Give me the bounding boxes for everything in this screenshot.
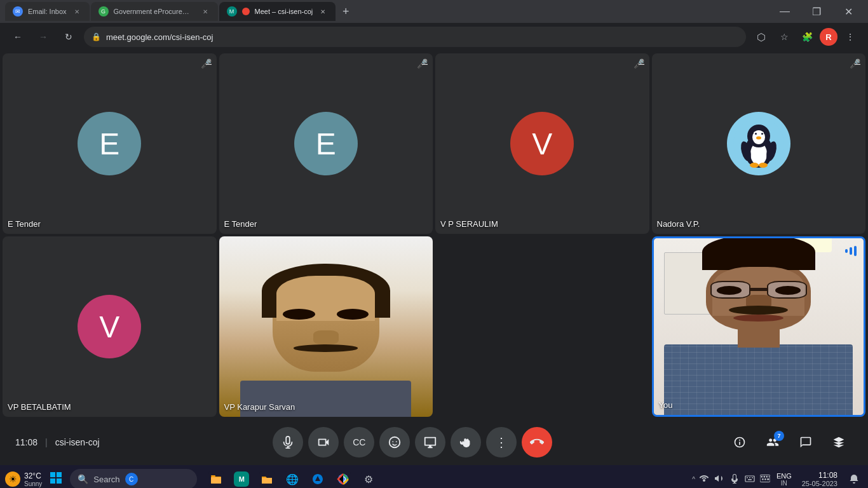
video-grid: 🎤̶ E E Tender 🎤̶ E E Tender 🎤̶ V V P SER… [0,51,868,419]
clock-date: 25-05-2023 [802,480,837,487]
tray-volume-icon[interactable] [713,472,726,487]
more-button[interactable]: ⋮ [486,427,517,458]
meet-app-icon: M [234,471,249,487]
forward-button[interactable]: → [33,27,53,47]
tab-gov[interactable]: G Government eProcurement Syste... ✕ [91,2,218,21]
tray-mic-icon[interactable] [728,472,741,487]
svg-point-8 [761,133,763,135]
meet-controls: CC ⋮ [273,427,552,458]
activities-button[interactable] [825,428,853,456]
window-minimize[interactable]: — [770,1,799,22]
refresh-button[interactable]: ↻ [58,27,79,47]
participant-tile-3: 🎤̶ [652,53,866,234]
taskbar-app-edge[interactable] [306,468,329,488]
taskbar-app-files[interactable] [205,468,227,488]
taskbar-app-ie[interactable]: 🌐 [281,468,304,488]
mute-icon-2: 🎤̶ [634,58,644,69]
nav-bar: ← → ↻ 🔒 meet.google.com/csi-isen-coj ⬡ ☆… [0,23,868,51]
lock-icon: 🔒 [92,32,101,41]
taskbar: ☀ 32°C Sunny 🔍 Search C M [0,465,868,488]
tray-network-icon[interactable] [698,472,710,487]
tab-meet-title: Meet – csi-isen-coj [255,8,313,15]
taskbar-app-meet[interactable]: M [230,468,253,488]
window-close[interactable]: ✕ [834,1,863,22]
files-app-icon [208,471,224,487]
speaking-indicator [843,243,858,261]
captions-button[interactable]: CC [344,427,374,458]
tab-gov-title: Government eProcurement Syste... [114,8,195,15]
clock-display[interactable]: 11:08 25-05-2023 [797,471,843,487]
participant-tile-0: 🎤̶ E E Tender [3,53,217,234]
mute-icon-3: 🎤̶ [850,58,860,69]
extensions-button[interactable]: 🧩 [797,27,817,47]
tab-email-title: Email: Inbox [28,8,67,15]
browser-chrome: ✉ Email: Inbox ✕ G Government eProcureme… [0,0,868,51]
raise-hand-button[interactable] [451,427,481,458]
participant-name-3: Nadora V.P. [657,219,700,229]
present-button[interactable] [415,427,445,458]
svg-rect-36 [768,476,769,477]
svg-point-7 [755,133,757,135]
system-tray: ^ ENG IN 11:08 25-05-2023 [692,470,863,488]
meet-container: 🎤̶ E E Tender 🎤̶ E E Tender 🎤̶ V V P SER… [0,51,868,419]
address-bar[interactable]: 🔒 meet.google.com/csi-isen-coj [84,27,746,47]
participant-tile-1: 🎤̶ E E Tender [219,53,433,234]
participant-tile-you: You [652,236,866,417]
svg-rect-34 [763,476,764,477]
ie-icon: 🌐 [285,471,300,487]
meet-time: 11:08 [15,437,37,447]
svg-point-12 [750,163,759,168]
address-text: meet.google.com/csi-isen-coj [106,32,738,42]
chat-button[interactable] [792,428,820,456]
svg-rect-14 [845,249,848,253]
participant-count-badge: 7 [774,431,784,441]
svg-rect-28 [747,477,748,478]
mic-button[interactable] [273,427,303,458]
end-call-button[interactable] [522,427,552,458]
tab-email[interactable]: ✉ Email: Inbox ✕ [5,2,90,21]
people-button[interactable]: 7 [759,428,787,456]
weather-widget[interactable]: ☀ 32°C Sunny [5,471,42,487]
svg-rect-31 [748,479,752,480]
search-icon: 🔍 [78,474,88,484]
lang-region: IN [781,480,787,487]
back-button[interactable]: ← [8,27,28,47]
tab-meet-close[interactable]: ✕ [318,6,328,17]
menu-button[interactable]: ⋮ [840,27,860,47]
info-button[interactable] [726,428,754,456]
meet-code: csi-isen-coj [55,437,100,447]
window-restore[interactable]: ❐ [802,1,831,22]
start-button[interactable] [44,468,67,488]
camera-button[interactable] [308,427,339,458]
language-widget[interactable]: ENG IN [774,472,794,487]
search-bar[interactable]: 🔍 Search C [70,469,197,488]
tab-email-close[interactable]: ✕ [72,6,82,17]
taskbar-apps: M 🌐 [200,468,689,488]
mute-icon-1: 🎤̶ [417,58,428,69]
clock-time: 11:08 [818,471,837,480]
cast-button[interactable]: ⬡ [751,27,771,47]
emoji-button[interactable] [379,427,410,458]
folder-icon [259,471,275,487]
taskbar-app-folder[interactable] [255,468,278,488]
weather-temp: 32°C [24,471,41,480]
tab-meet[interactable]: M Meet – csi-isen-coj ✕ [219,2,336,21]
tray-chevron[interactable]: ^ [692,476,695,483]
meet-side-actions: 7 [726,428,853,456]
taskbar-app-chrome[interactable] [332,468,355,488]
svg-rect-18 [57,472,62,477]
participant-name-2: V P SERAULIM [440,219,498,229]
bookmark-button[interactable]: ☆ [774,27,794,47]
svg-rect-17 [50,472,55,477]
svg-point-9 [756,137,761,140]
participant-tile-5: 🎤̶ VP Karapur Sarvan [219,236,433,417]
keyboard-icon[interactable] [759,473,771,486]
tab-gov-close[interactable]: ✕ [200,6,210,17]
profile-button[interactable]: R [820,28,837,46]
taskbar-app-settings[interactable]: ⚙ [357,468,380,488]
svg-rect-19 [50,478,55,484]
notification-button[interactable] [845,470,863,488]
new-tab-button[interactable]: + [337,3,355,20]
meet-divider: | [45,437,48,447]
tray-keyboard-icon[interactable] [743,472,756,487]
